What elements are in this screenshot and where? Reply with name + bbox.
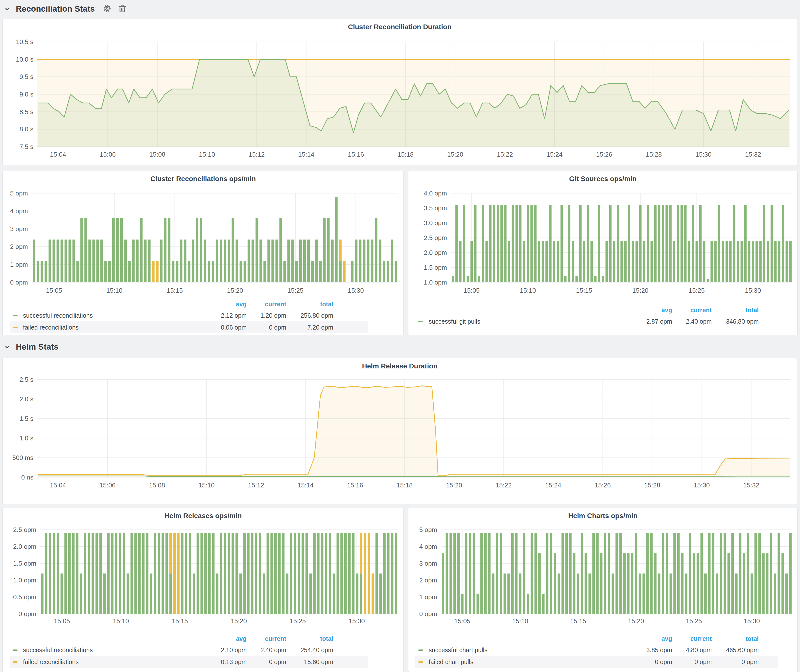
legend-row: failed reconciliations0.06 opm0 opm7.20 … <box>10 322 368 333</box>
legend-sort-total[interactable]: total <box>712 635 759 642</box>
legend-sort-avg[interactable]: avg <box>203 635 246 642</box>
x-axis-tick-label: 15:08 <box>149 151 165 158</box>
x-axis-tick-label: 15:12 <box>249 151 265 158</box>
legend-sort-current[interactable]: current <box>672 307 712 314</box>
legend-value-total: 7.20 opm <box>286 324 333 331</box>
git-sources-chart[interactable]: 15:0515:1015:1515:2015:2515:304.0 opm3.5… <box>408 187 798 298</box>
panel-title[interactable]: Helm Releases ops/min <box>3 512 403 520</box>
y-axis-tick-label: 2.0 opm <box>13 543 36 550</box>
y-axis-tick-label: 1.0 opm <box>424 278 447 286</box>
x-axis-tick-label: 15:08 <box>149 482 165 489</box>
chart-canvas: 15:0515:1015:1515:2015:2515:304.0 opm3.5… <box>408 187 798 298</box>
helm-charts-chart[interactable]: 15:0515:1015:1515:2015:2515:305 opm4 opm… <box>408 524 798 633</box>
x-axis-tick-label: 15:04 <box>50 151 66 158</box>
helm-release-duration-chart[interactable]: 15:0415:0615:0815:1015:1215:1415:1615:18… <box>3 374 797 504</box>
x-axis-tick-label: 15:30 <box>694 482 710 489</box>
legend-sort-total[interactable]: total <box>712 307 759 314</box>
section-title[interactable]: Reconciliation Stats <box>16 4 95 14</box>
y-axis-tick-label: 0 opm <box>19 610 36 618</box>
legend-value-current: 0 opm <box>246 324 286 331</box>
legend-value-current: 2.40 opm <box>672 318 712 325</box>
legend-series-color-dash[interactable] <box>418 661 423 662</box>
legend-value-avg: 2.12 opm <box>203 312 246 319</box>
legend-sort-current[interactable]: current <box>672 635 712 642</box>
x-axis-tick-label: 15:05 <box>54 617 70 625</box>
x-axis-tick-label: 15:20 <box>446 482 462 489</box>
y-axis-tick-label: 2.5 opm <box>13 526 36 533</box>
chevron-down-icon[interactable] <box>4 344 10 350</box>
panel-title[interactable]: Helm Release Duration <box>3 362 797 370</box>
panel-cluster-reconciliations-opm: Cluster Reconciliations ops/min 15:0515:… <box>2 171 404 335</box>
legend-sort-total[interactable]: total <box>286 635 333 642</box>
legend-header-row: avgcurrenttotal <box>10 633 368 644</box>
legend-sort-current[interactable]: current <box>246 301 286 308</box>
legend-series-color-dash[interactable] <box>418 650 423 651</box>
legend-series-name[interactable]: successful chart pulls <box>425 646 629 654</box>
legend-value-total: 254.40 opm <box>286 646 333 654</box>
x-axis-tick-label: 15:22 <box>496 482 512 489</box>
legend-value-current: 2.40 opm <box>246 646 286 654</box>
legend-value-current: 4.80 opm <box>672 646 712 654</box>
legend-series-color-dash[interactable] <box>13 315 18 316</box>
legend-value-current: 1.20 opm <box>246 312 286 319</box>
x-axis-tick-label: 15:15 <box>570 617 586 625</box>
y-axis-tick-label: 10.0 s <box>16 56 34 63</box>
x-axis-tick-label: 15:20 <box>628 617 644 625</box>
helm-releases-chart[interactable]: 15:0515:1015:1515:2015:2515:302.5 opm2.0… <box>3 524 404 633</box>
panel-title[interactable]: Cluster Reconciliations ops/min <box>3 175 403 183</box>
gear-icon[interactable] <box>102 4 112 14</box>
trash-icon[interactable] <box>118 4 126 14</box>
x-axis-tick-label: 15:10 <box>106 287 122 294</box>
x-axis-tick-label: 15:15 <box>172 617 188 625</box>
x-axis-tick-label: 15:20 <box>231 617 247 625</box>
panel-helm-charts-opm: Helm Charts ops/min 15:0515:1015:1515:20… <box>408 508 798 672</box>
legend-sort-avg[interactable]: avg <box>629 635 672 642</box>
x-axis-tick-label: 15:10 <box>113 617 129 625</box>
legend-sort-total[interactable]: total <box>286 301 333 308</box>
x-axis-tick-label: 15:30 <box>744 617 760 625</box>
y-axis-tick-label: 9.5 s <box>19 73 34 80</box>
y-axis-tick-label: 4 opm <box>419 543 437 550</box>
x-axis-tick-label: 15:26 <box>596 151 612 158</box>
legend-series-name[interactable]: successful git pulls <box>425 318 629 325</box>
y-axis-tick-label: 10.5 s <box>16 38 34 46</box>
legend-row: successful reconciliations2.12 opm1.20 o… <box>10 310 368 322</box>
legend-table: avgcurrenttotalsuccessful chart pulls3.8… <box>415 633 797 668</box>
series-area-upgrade-duration <box>38 386 790 477</box>
y-axis-tick-label: 3.0 opm <box>424 219 447 227</box>
legend-series-color-dash[interactable] <box>418 321 423 322</box>
legend-series-name[interactable]: failed reconciliations <box>19 324 203 331</box>
legend-series-name[interactable]: failed reconciliations <box>19 658 203 666</box>
x-axis-tick-label: 15:22 <box>497 151 513 158</box>
legend-value-avg: 0.13 opm <box>203 658 246 666</box>
legend-series-name[interactable]: successful reconciliations <box>19 646 203 654</box>
x-axis-tick-label: 15:28 <box>646 151 662 158</box>
legend-sort-avg[interactable]: avg <box>203 301 246 308</box>
cluster-reconciliations-chart[interactable]: 15:0515:1015:1515:2015:2515:305 opm4 opm… <box>3 187 404 298</box>
y-axis-tick-label: 2 opm <box>419 576 437 584</box>
legend-sort-avg[interactable]: avg <box>629 307 672 314</box>
legend-series-color-dash[interactable] <box>13 327 18 328</box>
legend-series-name[interactable]: successful reconciliations <box>19 312 203 319</box>
y-axis-tick-label: 2 opm <box>10 243 28 250</box>
x-axis-tick-label: 15:15 <box>576 287 592 294</box>
panel-title[interactable]: Git Sources ops/min <box>408 175 797 183</box>
cluster-reconciliation-duration-chart[interactable]: 15:0415:0615:0815:1015:1215:1415:1615:18… <box>3 35 797 166</box>
panel-title[interactable]: Helm Charts ops/min <box>408 512 797 520</box>
x-axis-tick-label: 15:05 <box>46 287 62 294</box>
legend-sort-current[interactable]: current <box>246 635 286 642</box>
x-axis-tick-label: 15:05 <box>464 287 480 294</box>
x-axis-tick-label: 15:25 <box>288 287 304 294</box>
y-axis-tick-label: 1 opm <box>10 261 28 268</box>
section-title[interactable]: Helm Stats <box>16 342 59 352</box>
legend-series-color-dash[interactable] <box>13 661 18 662</box>
section-reconciliation-stats[interactable]: Reconciliation Stats <box>4 2 126 16</box>
bar-series <box>442 533 792 614</box>
legend-table: avgcurrenttotalsuccessful git pulls2.87 … <box>415 305 797 327</box>
chevron-down-icon[interactable] <box>4 6 10 12</box>
legend-series-name[interactable]: failed chart pulls <box>425 658 629 666</box>
section-helm-stats[interactable]: Helm Stats <box>4 339 59 354</box>
legend-value-avg: 0.06 opm <box>203 324 246 331</box>
legend-series-color-dash[interactable] <box>13 650 18 651</box>
panel-title[interactable]: Cluster Reconciliation Duration <box>3 23 797 31</box>
